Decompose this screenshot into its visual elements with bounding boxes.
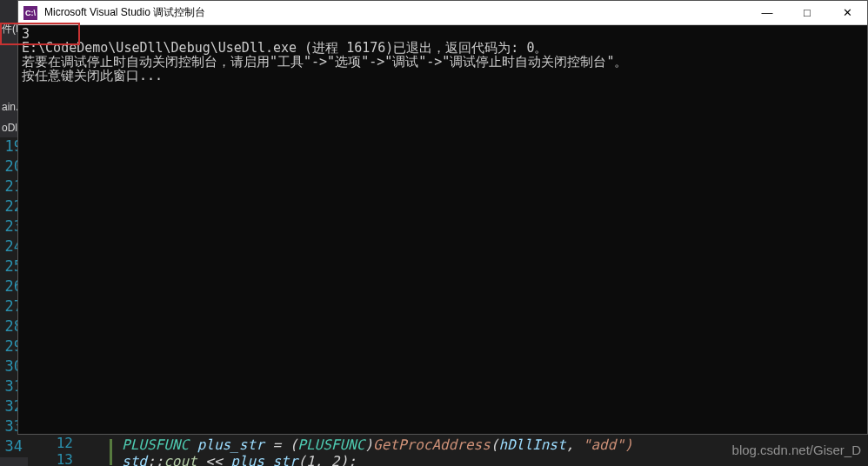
watermark: blog.csdn.net/Giser_D	[732, 443, 861, 457]
maximize-button[interactable]: □	[787, 1, 827, 25]
minimize-button[interactable]: —	[747, 1, 787, 25]
vs-inner-gutter: 1213	[52, 435, 78, 466]
line-number: 13	[52, 451, 78, 466]
change-indicator	[110, 439, 112, 465]
code-line-12: PLUSFUNC plus_str = (PLUSFUNC)GetProcAdd…	[122, 436, 633, 453]
line-number: 12	[52, 435, 78, 451]
output-line-4: 按任意键关闭此窗口...	[22, 68, 163, 83]
console-output[interactable]: 3 E:\CodeDemo\UseDll\Debug\UseDll.exe (进…	[18, 25, 867, 434]
console-title: Microsoft Visual Studio 调试控制台	[44, 5, 747, 20]
console-titlebar[interactable]: C:\ Microsoft Visual Studio 调试控制台 — □ ✕	[18, 1, 867, 25]
close-button[interactable]: ✕	[827, 1, 867, 25]
code-line-13: std::cout << plus_str(1, 2);	[122, 453, 357, 466]
debug-console-window: C:\ Microsoft Visual Studio 调试控制台 — □ ✕ …	[17, 0, 868, 435]
vs-console-icon: C:\	[23, 6, 37, 20]
line-number: 34	[0, 437, 28, 457]
